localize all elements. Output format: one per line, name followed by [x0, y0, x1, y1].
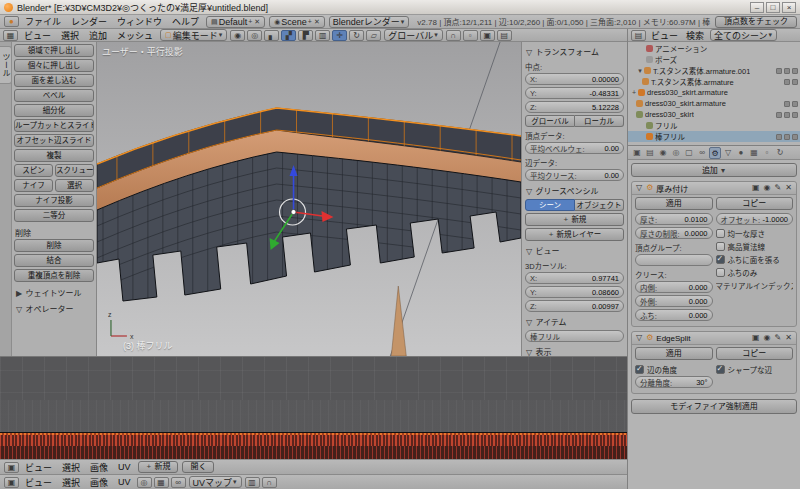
edit-mode-visibility-icon[interactable]: ✎	[774, 333, 783, 343]
tool-loopcut[interactable]: ループカットとスライド	[14, 119, 94, 132]
viewport-shading-selector[interactable]: ◉	[230, 30, 245, 41]
snap-toggle[interactable]: ∩	[446, 30, 461, 41]
tool-extrude-region[interactable]: 領域で押し出し	[14, 44, 94, 57]
checkbox[interactable]	[716, 229, 725, 238]
image-browse-button[interactable]: ▦	[154, 477, 169, 488]
checkbox[interactable]	[716, 268, 725, 277]
editor-type-selector[interactable]: ▤	[631, 30, 646, 41]
bevel-weight-field[interactable]: 平均ベベルウェ:0.00	[525, 142, 624, 154]
edge-select-toggle[interactable]: ▞	[281, 30, 296, 41]
outliner-row-selected[interactable]: 棒フリル	[628, 131, 800, 142]
image-new-button[interactable]: + 新規	[138, 461, 179, 473]
snap-toggle[interactable]: ∩	[262, 477, 277, 488]
edge-angle-checkbox[interactable]: 辺の角度	[635, 363, 713, 376]
delete-modifier-icon[interactable]: ✕	[784, 333, 793, 343]
menu-uv[interactable]: UV	[113, 462, 136, 472]
menu-help[interactable]: ヘルプ	[167, 15, 204, 28]
minimize-button[interactable]: –	[750, 2, 764, 13]
menu-uv[interactable]: UV	[113, 477, 136, 487]
edit-mode-visibility-icon[interactable]: ✎	[774, 183, 783, 193]
menu-view[interactable]: ビュー	[647, 29, 682, 42]
menu-select[interactable]: 選択	[57, 476, 85, 489]
outliner-row[interactable]: フリル	[628, 120, 800, 131]
snap-element-selector[interactable]: ▫	[463, 30, 478, 41]
pivot-selector[interactable]: ◎	[247, 30, 262, 41]
editor-type-icon[interactable]: ●	[4, 16, 19, 27]
expand-icon[interactable]: ▽	[635, 183, 643, 193]
render-visibility-icon[interactable]: ▣	[751, 333, 761, 343]
row-restrict-icons[interactable]	[776, 112, 798, 118]
sharp-edges-checkbox[interactable]: シャープな辺	[716, 363, 794, 376]
editor-type-selector[interactable]: ▣	[4, 462, 19, 473]
tool-knife[interactable]: ナイフ	[14, 179, 53, 192]
item-name-field[interactable]: 棒フリル	[525, 330, 624, 342]
render-visibility-icon[interactable]: ▣	[751, 183, 761, 193]
menu-view[interactable]: ビュー	[20, 461, 57, 474]
high-quality-normals-checkbox[interactable]: 高品質法線	[716, 240, 794, 253]
row-restrict-icons[interactable]	[776, 134, 798, 140]
add-modifier-button[interactable]: 追加 ▾	[631, 163, 797, 177]
scene-tab-icon[interactable]: ◉	[657, 147, 669, 159]
close-scene-icon[interactable]: ✕	[313, 17, 321, 27]
physics-tab-icon[interactable]: ↻	[774, 147, 786, 159]
uv-editor-canvas[interactable]	[0, 357, 627, 459]
pin-toggle[interactable]: ◎	[137, 477, 152, 488]
force-apply-modifiers-button[interactable]: モディファイア強制適用	[631, 399, 797, 414]
orientation-selector[interactable]: グローバル ▾	[384, 29, 442, 41]
menu-select[interactable]: 選択	[57, 461, 85, 474]
face-select-toggle[interactable]: ▛	[298, 30, 313, 41]
global-button[interactable]: グローバル	[525, 115, 575, 127]
mean-crease-field[interactable]: 平均クリース:0.00	[525, 169, 624, 181]
tool-offset-edge-slide[interactable]: オフセット辺スライド	[14, 134, 94, 147]
clamp-field[interactable]: 厚さの制限:0.0000	[635, 227, 713, 239]
close-layout-icon[interactable]: ✕	[253, 17, 261, 27]
image-open-button[interactable]: 開く	[182, 461, 214, 473]
viewport-visibility-icon[interactable]: ◉	[763, 183, 772, 193]
scale-manipulator-toggle[interactable]: ▱	[366, 30, 381, 41]
texture-tab-icon[interactable]: ▦	[748, 147, 760, 159]
split-angle-field[interactable]: 分離角度:30°	[635, 376, 713, 388]
mode-selector[interactable]: ▢ 編集モード ▾	[160, 29, 227, 41]
object-tab-icon[interactable]: ▢	[683, 147, 695, 159]
modifier-header[interactable]: ▽ ⚙ 厚み付け ▣ ◉ ✎ ✕	[632, 182, 796, 195]
world-tab-icon[interactable]: ◎	[670, 147, 682, 159]
tool-duplicate[interactable]: 複製	[14, 149, 94, 162]
delete-modifier-icon[interactable]: ✕	[784, 183, 793, 193]
render-anim-button[interactable]: ▤	[497, 30, 512, 41]
menu-image[interactable]: 画像	[85, 461, 113, 474]
only-rim-checkbox[interactable]: ふちのみ	[716, 266, 794, 279]
local-button[interactable]: ローカル	[575, 115, 624, 127]
tool-remove-doubles[interactable]: 重複頂点を削除	[14, 269, 94, 282]
scene-tab[interactable]: シーン	[525, 199, 575, 211]
apply-button[interactable]: 適用	[635, 197, 713, 210]
crease-inner-field[interactable]: 内側:0.000	[635, 281, 713, 293]
thickness-field[interactable]: 厚さ:0.0100	[635, 213, 713, 225]
menu-view[interactable]: ビュー	[19, 29, 56, 42]
expander-icon[interactable]: +	[630, 89, 638, 96]
constraints-tab-icon[interactable]: ∞	[696, 147, 708, 159]
draw-other-objects-toggle[interactable]: ▥	[245, 477, 260, 488]
uvmap-selector[interactable]: UVマップ ▾	[189, 476, 242, 488]
menu-window[interactable]: ウィンドウ	[112, 15, 167, 28]
render-opengl-button[interactable]: ▣	[480, 30, 495, 41]
viewport-canvas[interactable]: x z ユーザー・平行投影 (3) 棒フリル	[97, 42, 521, 356]
tool-extrude-individual[interactable]: 個々に押し出し	[14, 59, 94, 72]
tool-delete[interactable]: 削除	[14, 239, 94, 252]
particles-tab-icon[interactable]: ▫	[761, 147, 773, 159]
outliner-row[interactable]: T.スタンス素体.armature	[628, 76, 800, 87]
menu-image[interactable]: 画像	[85, 476, 113, 489]
occlude-toggle[interactable]: ▥	[315, 30, 330, 41]
outliner-row[interactable]: ▾T.スタンス素体.armature.001	[628, 65, 800, 76]
row-restrict-icons[interactable]	[776, 68, 798, 74]
expand-icon[interactable]: ▽	[635, 333, 643, 343]
view-panel-header[interactable]: ▽ ビュー	[525, 243, 624, 259]
menu-search[interactable]: 検索	[682, 29, 708, 42]
modifier-header[interactable]: ▽ ⚙ EdgeSplit ▣ ◉ ✎ ✕	[632, 332, 796, 345]
editor-type-selector[interactable]: ▦	[3, 30, 18, 41]
even-thickness-checkbox[interactable]: 均一な厚さ	[716, 227, 794, 240]
checkbox[interactable]	[635, 365, 644, 374]
display-panel-header[interactable]: ▽ 表示	[525, 344, 624, 356]
apply-button[interactable]: 適用	[635, 347, 713, 360]
render-layers-tab-icon[interactable]: ▤	[644, 147, 656, 159]
outliner-row[interactable]: +dress030_skirt.armature	[628, 87, 800, 98]
